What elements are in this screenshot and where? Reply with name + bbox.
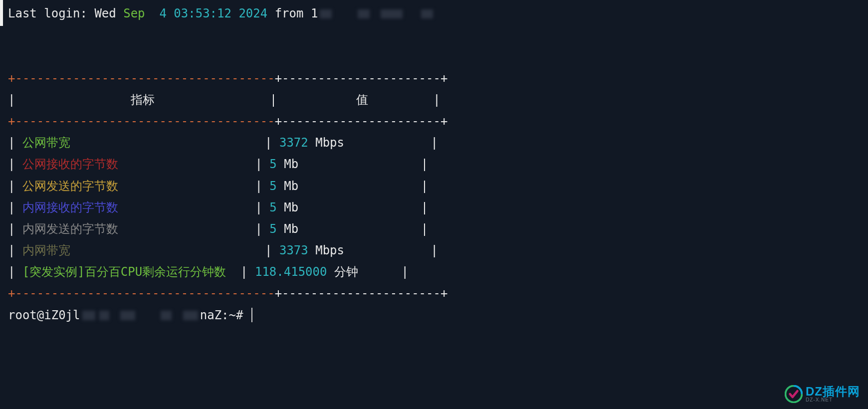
metric-value-number: 5 xyxy=(269,157,276,171)
metric-label: [突发实例]百分百CPU剩余运行分钟数 xyxy=(22,265,233,279)
metric-label: 公网带宽 xyxy=(22,136,258,150)
last-login-line: Last login: Wed Sep 4 03:53:12 2024 from… xyxy=(8,3,868,24)
shell-prompt[interactable]: root@iZ0jl naZ:~# xyxy=(8,305,868,326)
table-row: | 内网接收的字节数 | 5 Mb | xyxy=(8,197,868,218)
table-row: | 公网带宽 | 3372 Mbps | xyxy=(8,132,868,154)
table-border: +------------------------------------+--… xyxy=(8,283,868,304)
metric-value-unit: Mb xyxy=(277,222,298,236)
table-border: +------------------------------------+--… xyxy=(8,111,868,132)
redacted-segment xyxy=(82,311,95,320)
last-login-time: 4 03:53:12 xyxy=(145,6,231,20)
metric-label: 内网接收的字节数 xyxy=(22,201,248,214)
last-login-prefix: Last login: Wed xyxy=(8,6,123,20)
redacted-segment xyxy=(358,9,370,19)
metric-value-unit: Mb xyxy=(277,157,298,171)
metric-value-number: 5 xyxy=(269,179,276,193)
table-row: | 公网接收的字节数 | 5 Mb | xyxy=(8,154,868,175)
prompt-user-host-post: naZ:~# xyxy=(200,308,250,322)
table-border: +------------------------------------+--… xyxy=(8,68,868,89)
watermark: DZ插件网 DZ-X.NET xyxy=(785,385,860,403)
watermark-title: DZ插件网 xyxy=(806,385,860,398)
redacted-segment xyxy=(183,311,198,320)
last-login-year: 2024 xyxy=(231,6,267,20)
header-metric: 指标 xyxy=(22,93,262,107)
metric-value-unit: Mbps xyxy=(308,243,344,257)
table-row: | 公网发送的字节数 | 5 Mb | xyxy=(8,176,868,197)
header-value: 值 xyxy=(284,93,426,107)
metric-label: 公网接收的字节数 xyxy=(22,157,248,171)
metric-value-number: 3372 xyxy=(279,136,308,150)
metric-label: 公网发送的字节数 xyxy=(22,179,248,193)
prompt-user-host-pre: root@iZ0jl xyxy=(8,308,80,322)
table-header: | 指标 | 值 | xyxy=(8,89,868,111)
redacted-segment xyxy=(421,9,433,19)
metric-value-number: 5 xyxy=(269,201,276,214)
blank-line xyxy=(8,46,868,67)
cursor-icon xyxy=(251,308,252,322)
watermark-logo-icon xyxy=(785,385,803,403)
metric-value-unit: Mbps xyxy=(308,136,344,150)
redacted-segment xyxy=(120,311,135,320)
last-login-from: from 1 xyxy=(267,6,318,20)
table-row: | 内网发送的字节数 | 5 Mb | xyxy=(8,218,868,240)
last-login-month: Sep xyxy=(123,6,145,20)
redacted-segment xyxy=(99,311,109,320)
metric-value-unit: Mb xyxy=(277,179,298,193)
metric-value-number: 3373 xyxy=(279,243,308,257)
metric-label: 内网带宽 xyxy=(22,243,258,257)
table-row: | [突发实例]百分百CPU剩余运行分钟数 | 118.415000 分钟 | xyxy=(8,261,868,283)
redacted-segment xyxy=(161,311,172,320)
redacted-segment xyxy=(320,9,332,19)
table-row: | 内网带宽 | 3373 Mbps | xyxy=(8,240,868,261)
metric-value-number: 5 xyxy=(269,222,276,236)
metric-value-unit: 分钟 xyxy=(327,265,358,279)
window-edge xyxy=(0,0,3,26)
metric-value-unit: Mb xyxy=(277,201,298,214)
redacted-segment xyxy=(381,9,403,19)
metric-label: 内网发送的字节数 xyxy=(22,222,248,236)
watermark-sub: DZ-X.NET xyxy=(806,398,860,403)
metrics-table: +------------------------------------+--… xyxy=(8,68,868,305)
blank-line xyxy=(8,24,868,46)
metric-value-number: 118.415000 xyxy=(255,265,327,279)
